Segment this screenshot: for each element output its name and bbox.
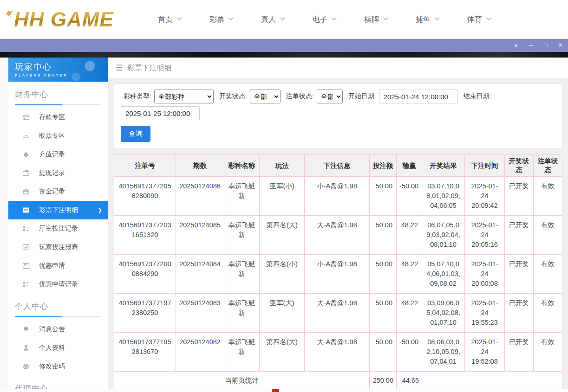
- chevron-down-icon: [280, 15, 285, 20]
- panel-wrap: 彩种类型: 全部彩种 开奖状态: 全部 注单状态: 全部 开始日期: 结束日期:…: [108, 78, 568, 392]
- sidebar-item-funds-record[interactable]: 资金记录: [8, 182, 108, 201]
- order-status-select[interactable]: 全部: [317, 90, 343, 103]
- lottery-type-label: 彩种类型:: [124, 92, 151, 101]
- table-row: 40156917377195281367020250124082幸运飞艇新第四名…: [114, 333, 562, 372]
- table-cell: 亚军(小): [260, 177, 305, 216]
- sidebar-item-lottery-bet-detail[interactable]: 彩票下注明细 ❯: [8, 201, 108, 219]
- col-draw-result: 开奖结果: [422, 155, 465, 177]
- end-date-input[interactable]: [121, 106, 200, 120]
- table-cell: 第四名(大): [260, 333, 305, 372]
- logo-dots-icon: [7, 11, 11, 16]
- chevron-down-icon: [332, 15, 337, 20]
- sidebar-header: 玩家中心 PLAYERS CENTER: [8, 58, 108, 82]
- hamburger-icon[interactable]: ☰: [116, 63, 123, 73]
- table-cell: 03,09,06,05,04,02,08,01,07,10: [422, 294, 465, 333]
- bottom-red-mark: [272, 389, 279, 392]
- table-cell: 大-A盘@1.98: [305, 216, 370, 255]
- list-icon: [22, 225, 30, 232]
- window-maximize-icon[interactable]: □: [538, 39, 553, 52]
- deposit-card-icon: [22, 114, 30, 121]
- table-cell: 50.00: [370, 333, 397, 372]
- sidebar-title: 玩家中心: [15, 61, 108, 72]
- chevron-down-icon: [229, 15, 234, 20]
- summary-cell: 当前页统计: [114, 372, 370, 390]
- start-date-input[interactable]: [379, 90, 458, 103]
- chevron-down-icon: [383, 15, 388, 20]
- chevron-down-icon: [435, 15, 440, 20]
- table-cell: 50.00: [370, 216, 397, 255]
- table-cell: -50.00: [397, 333, 422, 372]
- nav-item-lottery[interactable]: 彩票: [209, 15, 232, 25]
- nav-item-sports[interactable]: 体育: [467, 15, 490, 25]
- sidebar-item-promo-record[interactable]: 优惠申请记录: [8, 275, 108, 294]
- sidebar-item-withdrawal-record[interactable]: 提现记录: [8, 164, 108, 182]
- window-minimize-icon[interactable]: ─: [523, 39, 538, 52]
- col-play: 玩法: [260, 155, 305, 177]
- sidebar-item-notice[interactable]: 消息公告: [8, 320, 108, 339]
- table-cell: 2025-01-24 20:00:08: [465, 255, 505, 294]
- sidebar-item-deposit-zone[interactable]: 存款专区: [8, 108, 108, 127]
- section-underline: [15, 316, 101, 317]
- filter-panel: 彩种类型: 全部彩种 开奖状态: 全部 注单状态: 全部 开始日期: 结束日期:…: [114, 84, 562, 149]
- table-cell: 有效: [534, 177, 562, 216]
- nav-item-board[interactable]: 棋牌: [364, 15, 387, 25]
- withdraw-hand-icon: [22, 132, 30, 140]
- window-dropdown-icon[interactable]: ∨: [509, 39, 523, 52]
- table-cell: -50.00: [397, 177, 422, 216]
- col-lottery-name: 彩种名称: [224, 155, 260, 177]
- table-cell: 48.22: [397, 255, 422, 294]
- purse-icon: [22, 188, 30, 195]
- table-cell: 有效: [534, 255, 562, 294]
- table-cell: 20250124086: [176, 177, 224, 216]
- draw-status-label: 开奖状态:: [219, 92, 247, 101]
- nav-item-home[interactable]: 首页: [158, 15, 181, 25]
- table-cell: 20250124084: [176, 255, 224, 294]
- col-winloss: 输赢: [397, 155, 422, 177]
- table-cell: 2025-01-24 19:52:08: [465, 333, 505, 372]
- window-close-icon[interactable]: ✕: [553, 39, 568, 52]
- table-cell: 大-A盘@1.98: [305, 294, 370, 333]
- bet-detail-table: 注单号 期数 彩种名称 玩法 下注信息 投注额 输赢 开奖结果 下注时间 开奖状…: [114, 154, 562, 392]
- sidebar-item-player-bet-report[interactable]: 玩家投注报表: [8, 238, 108, 257]
- draw-status-select[interactable]: 全部: [250, 90, 281, 103]
- lottery-type-select[interactable]: 全部彩种: [154, 90, 214, 103]
- chevron-down-icon: [177, 15, 182, 20]
- table-cell: 小-A盘@1.98: [305, 255, 370, 294]
- table-header-row: 注单号 期数 彩种名称 玩法 下注信息 投注额 输赢 开奖结果 下注时间 开奖状…: [114, 155, 562, 177]
- bell-icon: [22, 326, 30, 333]
- sidebar-item-withdraw-zone[interactable]: 取款专区: [8, 127, 108, 145]
- table-row: 40156917377200088429020250124084幸运飞艇新第四名…: [114, 255, 562, 294]
- sidebar-item-recharge-record[interactable]: 充值记录: [8, 145, 108, 164]
- content-area: 玩家中心 PLAYERS CENTER 财务中心 存款专区 取款专区 充值记录 …: [0, 58, 568, 389]
- table-cell: 幸运飞艇新: [224, 255, 260, 294]
- background-image-strip: [0, 52, 568, 58]
- col-bet-info: 下注信息: [305, 155, 370, 177]
- table-cell: 已开奖: [505, 177, 534, 216]
- table-cell: 401569173771972380250: [114, 294, 176, 333]
- sidebar-subtitle: PLAYERS CENTER: [15, 73, 108, 77]
- nav-item-live[interactable]: 真人: [261, 15, 284, 25]
- query-button[interactable]: 查询: [121, 126, 150, 142]
- sidebar-item-promo-apply[interactable]: 优惠申请: [8, 257, 108, 275]
- table-cell: 401569173772058280090: [114, 177, 176, 216]
- table-cell: 已开奖: [505, 255, 534, 294]
- table-cell: 48.22: [397, 294, 422, 333]
- table-cell: 2025-01-24 19:55:23: [465, 294, 505, 333]
- nav-item-fishing[interactable]: 捕鱼: [416, 15, 438, 25]
- table-cell: 第四名(小): [260, 255, 305, 294]
- nav-item-slots[interactable]: 电子: [313, 15, 335, 25]
- wallet-icon: [22, 169, 30, 177]
- site-logo[interactable]: HH GAME: [7, 9, 146, 30]
- sidebar-item-hall-bet-record[interactable]: 厅室投注记录: [8, 219, 108, 238]
- sidebar-item-profile[interactable]: 个人资料: [8, 339, 108, 357]
- main-nav: 首页 彩票 真人 电子 棋牌 捕鱼 体育: [158, 15, 490, 25]
- table-cell: 幸运飞艇新: [224, 333, 260, 372]
- table-cell: 401569173772031651320: [114, 216, 176, 255]
- table-cell: 50.00: [370, 255, 397, 294]
- table-cell: 有效: [534, 216, 562, 255]
- sidebar-item-change-password[interactable]: 修改密码: [8, 357, 108, 376]
- table-body: 40156917377205828009020250124086幸运飞艇新亚军(…: [114, 177, 562, 392]
- section-finance-center: 财务中心: [8, 82, 108, 108]
- col-draw-status: 开奖状态: [505, 155, 534, 177]
- bottom-edge-strip: [0, 389, 568, 392]
